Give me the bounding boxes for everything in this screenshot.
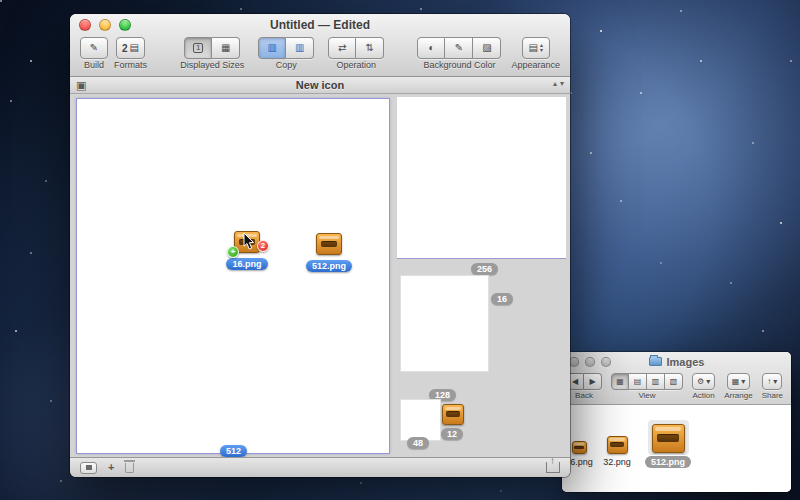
finder-window-chrome: Images ◀ ▶ Back ▦ ▤ ▥ ▧ View <box>562 352 791 405</box>
preview-128[interactable] <box>400 275 489 372</box>
formats-count: 2 <box>122 43 128 54</box>
zoom-button[interactable] <box>601 357 611 367</box>
file-512png-icon[interactable] <box>652 424 685 453</box>
collapse-down-icon[interactable]: ▾ <box>560 79 564 88</box>
background-color-label: Background Color <box>423 60 495 70</box>
export-icon[interactable] <box>546 462 560 473</box>
formats-button[interactable]: 2 ▤ <box>116 37 145 59</box>
dragged-icon-512[interactable] <box>316 233 342 255</box>
formats-group: 2 ▤ Formats <box>114 37 147 70</box>
icon-canvas-512[interactable]: + 2 16.png 512.png <box>76 98 390 454</box>
dragged-item-512-label: 512.png <box>306 260 352 272</box>
file-512png[interactable]: 512.png <box>642 424 694 468</box>
view-columns-button[interactable]: ▥ <box>647 373 665 390</box>
bg-texture-button[interactable]: ▨ <box>473 37 501 59</box>
copy-group: ▥ ▥ Copy <box>258 37 314 70</box>
file-32png-icon[interactable] <box>607 436 628 454</box>
arrange-button[interactable]: ▦ ▾ <box>727 373 751 390</box>
bg-light-button[interactable]: ◐ <box>417 37 445 59</box>
dragged-item-16[interactable]: + 2 16.png <box>225 231 269 270</box>
share-label: Share <box>762 391 783 400</box>
minimize-button[interactable] <box>99 19 111 31</box>
view-list-button[interactable]: ▤ <box>629 373 647 390</box>
close-button[interactable] <box>79 19 91 31</box>
build-group: ✎ Build <box>80 37 108 70</box>
preview-16-label: 16 <box>491 293 513 305</box>
drag-copy-badge: + <box>227 246 239 258</box>
formats-label: Formats <box>114 60 147 70</box>
view-coverflow-icon: ▧ <box>670 378 678 386</box>
operation-group: ⇄ ⇅ Operation <box>328 37 384 70</box>
dragged-item-512[interactable]: 512.png <box>305 233 353 272</box>
minimize-button[interactable] <box>585 357 595 367</box>
back-label: Back <box>575 391 593 400</box>
finder-view-group: ▦ ▤ ▥ ▧ View <box>611 373 683 400</box>
preview-256[interactable] <box>397 97 566 259</box>
folder-proxy-icon[interactable] <box>649 357 662 366</box>
arrange-label: Arrange <box>724 391 752 400</box>
view-label: View <box>638 391 655 400</box>
finder-window-title: Images <box>667 356 705 368</box>
copy-in-icon: ▥ <box>268 43 277 53</box>
displayed-sizes-group: 1 ▦ Displayed Sizes <box>180 37 244 70</box>
preview-mode-button[interactable] <box>80 462 97 474</box>
collapse-up-icon[interactable]: ▴ <box>553 79 557 88</box>
collapse-arrows[interactable]: ▴ ▾ <box>553 79 564 88</box>
finder-toolbar: ◀ ▶ Back ▦ ▤ ▥ ▧ View ⚙ ▾ <box>562 371 791 404</box>
finder-traffic-lights <box>569 357 611 367</box>
copy-out-icon: ▥ <box>295 43 304 53</box>
operation-rotate-button[interactable]: ⇅ <box>356 37 384 59</box>
traffic-lights <box>79 19 131 31</box>
finder-nav-group: ◀ ▶ Back <box>566 373 602 400</box>
main-titlebar[interactable]: Untitled — Edited <box>70 14 570 36</box>
copy-in-button[interactable]: ▥ <box>258 37 286 59</box>
remove-size-button[interactable] <box>125 463 134 473</box>
forward-button[interactable]: ▶ <box>584 373 602 390</box>
share-button[interactable]: ↑ ▾ <box>762 373 782 390</box>
operation-flip-button[interactable]: ⇄ <box>328 37 356 59</box>
copy-label: Copy <box>276 60 297 70</box>
build-button[interactable]: ✎ <box>80 37 108 59</box>
main-window-chrome: Untitled — Edited ✎ Build 2 ▤ Formats 1 … <box>70 14 570 77</box>
finder-action-group: ⚙ ▾ Action <box>692 373 715 400</box>
gear-icon: ⚙ <box>697 378 704 386</box>
finder-titlebar[interactable]: Images <box>562 352 791 371</box>
back-icon: ◀ <box>572 378 578 386</box>
chevron-down-icon: ▾ <box>706 378 710 386</box>
copy-out-button[interactable]: ▥ <box>286 37 314 59</box>
share-icon: ↑ <box>767 378 771 386</box>
preview-mode-icon <box>86 465 92 470</box>
preview-12-icon[interactable] <box>442 404 464 425</box>
flip-horizontal-icon: ⇄ <box>338 43 346 53</box>
size-single-icon: 1 <box>193 43 203 53</box>
bg-custom-button[interactable]: ✎ <box>445 37 473 59</box>
size-multi-button[interactable]: ▦ <box>212 37 240 59</box>
action-label: Action <box>692 391 714 400</box>
file-32png-label: 32.png <box>603 457 631 467</box>
appearance-button[interactable]: ▤ ▴▾ <box>522 37 550 59</box>
size-multi-icon: ▦ <box>221 43 230 53</box>
editor-content: + 2 16.png 512.png 512 256 16 128 48 <box>70 94 570 457</box>
forward-icon: ▶ <box>589 378 595 386</box>
finder-window: Images ◀ ▶ Back ▦ ▤ ▥ ▧ View <box>562 352 791 492</box>
action-button[interactable]: ⚙ ▾ <box>692 373 715 390</box>
view-coverflow-button[interactable]: ▧ <box>665 373 683 390</box>
add-size-button[interactable]: + <box>108 462 114 473</box>
mouse-cursor <box>243 233 255 250</box>
close-button[interactable] <box>569 357 579 367</box>
zoom-button[interactable] <box>119 19 131 31</box>
finder-content[interactable]: 16.png 32.png 512.png <box>562 405 791 492</box>
preview-48[interactable] <box>400 399 441 441</box>
view-icons-button[interactable]: ▦ <box>611 373 629 390</box>
document-title: New icon <box>70 79 570 91</box>
file-32png[interactable]: 32.png <box>598 436 636 467</box>
displayed-sizes-label: Displayed Sizes <box>180 60 244 70</box>
size-single-button[interactable]: 1 <box>184 37 212 59</box>
view-columns-icon: ▥ <box>652 378 660 386</box>
main-window: Untitled — Edited ✎ Build 2 ▤ Formats 1 … <box>70 14 570 477</box>
main-toolbar: ✎ Build 2 ▤ Formats 1 ▦ Displayed Sizes <box>70 36 570 76</box>
file-16png-icon[interactable] <box>572 441 587 454</box>
finder-share-group: ↑ ▾ Share <box>762 373 783 400</box>
preview-256-label: 256 <box>471 263 498 275</box>
operation-label: Operation <box>336 60 376 70</box>
